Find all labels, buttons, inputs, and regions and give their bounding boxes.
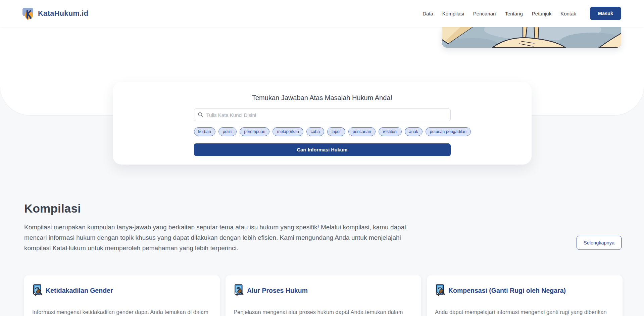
tag-lapor[interactable]: lapor [327,127,345,136]
card-head: Alur Proses Hukum [234,284,413,297]
tag-coba[interactable]: coba [306,127,324,136]
search-title: Temukan Jawaban Atas Masalah Hukum Anda! [113,94,532,102]
nav-item-kontak[interactable]: Kontak [560,11,576,16]
search-submit-button[interactable]: Cari Informasi Hukum [194,143,451,156]
search-card: Temukan Jawaban Atas Masalah Hukum Anda!… [113,82,532,165]
tag-pencarian[interactable]: pencarian [348,127,376,136]
nav-item-tentang[interactable]: Tentang [505,11,523,16]
tag-polisi[interactable]: polisi [218,127,237,136]
kompilasi-cards: Ketidakadilan Gender Informasi mengenai … [24,275,623,316]
brand[interactable]: KataHukum.id [21,7,88,20]
card-alur-proses-hukum[interactable]: Alur Proses Hukum Penjelasan mengenai al… [226,275,421,316]
brand-name: KataHukum.id [38,9,88,18]
nav-item-petunjuk[interactable]: Petunjuk [532,11,551,16]
card-ketidakadilan-gender[interactable]: Ketidakadilan Gender Informasi mengenai … [24,275,220,316]
kompilasi-description: Kompilasi merupakan kumpulan tanya-jawab… [24,222,413,253]
card-title[interactable]: Kompensasi (Ganti Rugi oleh Negara) [448,287,566,295]
card-head: Kompensasi (Ganti Rugi oleh Negara) [435,284,614,297]
search-box [194,108,451,121]
card-description: Penjelasan mengenai alur proses hukum da… [234,308,413,316]
see-more-button[interactable]: Selengkapnya [577,236,622,250]
nav-item-kompilasi[interactable]: Kompilasi [442,11,464,16]
tag-restitusi[interactable]: restitusi [379,127,402,136]
hero-illustration [442,27,621,48]
login-button[interactable]: Masuk [590,7,621,20]
card-kompensasi[interactable]: Kompensasi (Ganti Rugi oleh Negara) Anda… [427,275,623,316]
card-title[interactable]: Alur Proses Hukum [247,287,308,295]
page: KataHukum.id Data Kompilasi Pencarian Te… [0,0,644,316]
nav-item-data[interactable]: Data [423,11,433,16]
law-book-gavel-icon [435,284,446,297]
law-book-gavel-icon [234,284,245,297]
header: KataHukum.id Data Kompilasi Pencarian Te… [0,0,644,27]
kompilasi-title: Kompilasi [24,202,622,215]
card-title[interactable]: Ketidakadilan Gender [46,287,113,295]
law-book-gavel-icon [32,284,43,297]
card-head: Ketidakadilan Gender [32,284,212,297]
main-nav: Data Kompilasi Pencarian Tentang Petunju… [423,7,621,20]
search-input[interactable] [194,108,451,121]
tag-anak[interactable]: anak [405,127,423,136]
tag-row: korban polisi perempuan melaporkan coba … [194,127,451,136]
brand-logo-icon [21,7,35,20]
nav-item-pencarian[interactable]: Pencarian [473,11,496,16]
kompilasi-section: Kompilasi Kompilasi merupakan kumpulan t… [24,202,622,253]
card-description: Anda dapat mempelajari informasi mengena… [435,308,614,316]
tag-putusan-pengadilan[interactable]: putusan pengadilan [426,127,471,136]
card-description: Informasi mengenai ketidakadilan gender … [32,308,212,316]
tag-perempuan[interactable]: perempuan [240,127,269,136]
tag-melaporkan[interactable]: melaporkan [273,127,303,136]
tag-korban[interactable]: korban [194,127,215,136]
hero-illustration-art [442,27,621,48]
